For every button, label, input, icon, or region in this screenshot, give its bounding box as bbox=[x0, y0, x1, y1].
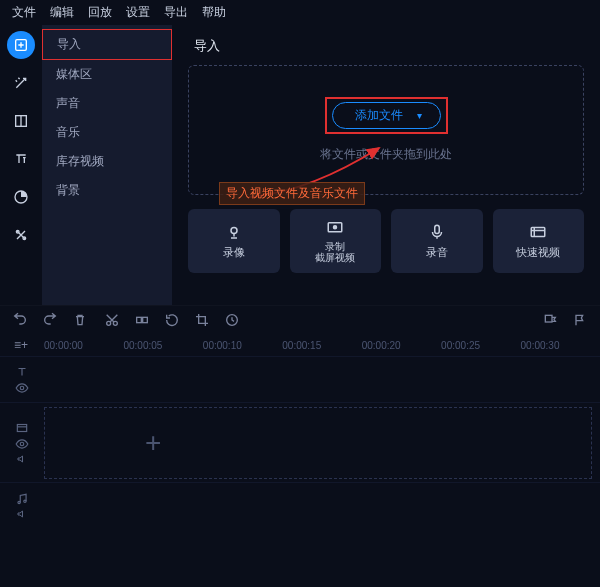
tool-wand-icon[interactable] bbox=[7, 69, 35, 97]
timeline-ruler[interactable]: ≡+ 00:00:00 00:00:05 00:00:10 00:00:15 0… bbox=[0, 334, 600, 356]
track-video[interactable]: + bbox=[0, 402, 600, 482]
text-icon bbox=[15, 365, 29, 379]
ruler-tick: 00:00:25 bbox=[441, 340, 520, 351]
ruler-tick: 00:00:00 bbox=[44, 340, 123, 351]
tool-sticker-icon[interactable] bbox=[7, 183, 35, 211]
menu-bar: 文件 编辑 回放 设置 导出 帮助 bbox=[0, 0, 600, 25]
card-label: 录制截屏视频 bbox=[315, 241, 355, 263]
track-head bbox=[0, 421, 44, 465]
ruler-tick: 00:00:20 bbox=[362, 340, 441, 351]
svg-rect-12 bbox=[137, 317, 142, 322]
card-label: 快速视频 bbox=[516, 245, 560, 260]
volume-icon[interactable] bbox=[16, 453, 28, 465]
sidebar-item-stock[interactable]: 库存视频 bbox=[42, 147, 172, 176]
redo-icon[interactable] bbox=[42, 312, 58, 328]
sidebar-item-background[interactable]: 背景 bbox=[42, 176, 172, 205]
menu-playback[interactable]: 回放 bbox=[82, 2, 118, 23]
main-panel: 导入 添加文件 ▾ 将文件或文件夹拖到此处 导入视频文件及音乐文件 录像 bbox=[172, 25, 600, 305]
timeline-tracks: + bbox=[0, 356, 600, 528]
menu-export[interactable]: 导出 bbox=[158, 2, 194, 23]
timeline-empty bbox=[0, 528, 600, 587]
add-track-icon[interactable]: ≡+ bbox=[12, 336, 30, 354]
track-head bbox=[0, 492, 44, 520]
track-text[interactable] bbox=[0, 356, 600, 402]
svg-point-19 bbox=[18, 501, 20, 503]
delete-icon[interactable] bbox=[72, 312, 88, 328]
timeline-toolbar bbox=[0, 305, 600, 334]
add-files-button[interactable]: 添加文件 ▾ bbox=[332, 102, 441, 129]
flag-icon[interactable] bbox=[572, 312, 588, 328]
rotate-icon[interactable] bbox=[164, 312, 180, 328]
track-head bbox=[0, 365, 44, 395]
video-icon bbox=[15, 421, 29, 435]
main-title: 导入 bbox=[194, 37, 584, 55]
ruler-tick: 00:00:15 bbox=[282, 340, 361, 351]
cut-icon[interactable] bbox=[104, 312, 120, 328]
annotation-text: 导入视频文件及音乐文件 bbox=[219, 182, 365, 205]
undo-icon[interactable] bbox=[12, 312, 28, 328]
menu-edit[interactable]: 编辑 bbox=[44, 2, 80, 23]
marker-icon[interactable] bbox=[542, 312, 558, 328]
clock-icon[interactable] bbox=[224, 312, 240, 328]
ruler-tick: 00:00:05 bbox=[123, 340, 202, 351]
chevron-down-icon[interactable]: ▾ bbox=[417, 110, 422, 121]
track-lane[interactable] bbox=[44, 483, 600, 528]
menu-settings[interactable]: 设置 bbox=[120, 2, 156, 23]
action-cards: 录像 录制截屏视频 录音 快速视频 bbox=[188, 209, 584, 273]
svg-rect-13 bbox=[143, 317, 148, 322]
card-label: 录音 bbox=[426, 245, 448, 260]
mic-icon bbox=[428, 223, 446, 241]
card-audio-record[interactable]: 录音 bbox=[391, 209, 483, 273]
track-lane[interactable] bbox=[44, 357, 600, 402]
eye-icon[interactable] bbox=[15, 437, 29, 451]
ruler-tick: 00:00:10 bbox=[203, 340, 282, 351]
menu-help[interactable]: 帮助 bbox=[196, 2, 232, 23]
svg-rect-8 bbox=[435, 225, 440, 233]
svg-point-7 bbox=[334, 226, 337, 229]
tool-text-icon[interactable] bbox=[7, 145, 35, 173]
split-icon[interactable] bbox=[134, 312, 150, 328]
sidebar-item-music[interactable]: 音乐 bbox=[42, 118, 172, 147]
track-lane[interactable]: + bbox=[44, 407, 592, 479]
svg-point-16 bbox=[20, 386, 24, 390]
card-label: 录像 bbox=[223, 245, 245, 260]
svg-point-18 bbox=[20, 442, 24, 446]
svg-point-20 bbox=[24, 500, 26, 502]
quick-icon bbox=[529, 223, 547, 241]
drop-zone[interactable]: 添加文件 ▾ 将文件或文件夹拖到此处 导入视频文件及音乐文件 bbox=[188, 65, 584, 195]
crop-tool-icon[interactable] bbox=[194, 312, 210, 328]
svg-point-5 bbox=[231, 227, 237, 233]
svg-rect-15 bbox=[545, 315, 552, 322]
card-camera[interactable]: 录像 bbox=[188, 209, 280, 273]
camera-icon bbox=[225, 223, 243, 241]
add-files-label: 添加文件 bbox=[355, 107, 403, 124]
tool-import-icon[interactable] bbox=[7, 31, 35, 59]
sidebar-item-media[interactable]: 媒体区 bbox=[42, 60, 172, 89]
card-screen-record[interactable]: 录制截屏视频 bbox=[290, 209, 382, 273]
tool-crop-icon[interactable] bbox=[7, 107, 35, 135]
track-audio[interactable] bbox=[0, 482, 600, 528]
drop-hint: 将文件或文件夹拖到此处 bbox=[320, 146, 452, 163]
screen-icon bbox=[326, 219, 344, 237]
card-quick-video[interactable]: 快速视频 bbox=[493, 209, 585, 273]
sidebar-item-sound[interactable]: 声音 bbox=[42, 89, 172, 118]
menu-file[interactable]: 文件 bbox=[6, 2, 42, 23]
sidebar: 导入 媒体区 声音 音乐 库存视频 背景 bbox=[42, 25, 172, 305]
add-files-highlight: 添加文件 ▾ bbox=[325, 97, 448, 134]
tool-tools-icon[interactable] bbox=[7, 221, 35, 249]
eye-icon[interactable] bbox=[15, 381, 29, 395]
svg-rect-9 bbox=[532, 227, 546, 236]
sidebar-item-import[interactable]: 导入 bbox=[42, 29, 172, 60]
music-icon bbox=[15, 492, 29, 506]
svg-rect-17 bbox=[17, 424, 26, 431]
tool-rail bbox=[0, 25, 42, 305]
ruler-tick: 00:00:30 bbox=[521, 340, 600, 351]
volume-icon[interactable] bbox=[16, 508, 28, 520]
